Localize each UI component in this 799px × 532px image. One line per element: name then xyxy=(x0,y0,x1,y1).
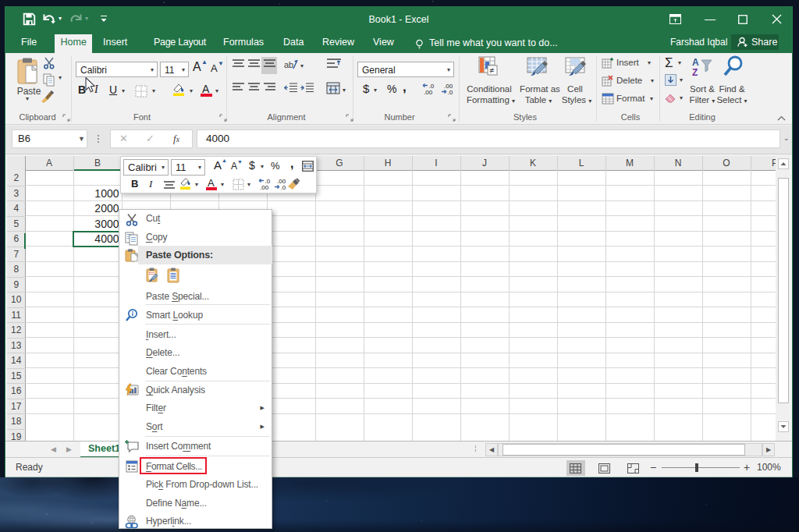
svg-text:.0: .0 xyxy=(281,184,286,190)
svg-text:ab: ab xyxy=(284,60,293,69)
svg-text:.00: .00 xyxy=(424,89,433,95)
svg-text:.00: .00 xyxy=(260,184,269,190)
svg-text:Z: Z xyxy=(692,67,698,77)
svg-text:A: A xyxy=(692,57,699,68)
svg-text:.0: .0 xyxy=(448,89,453,94)
svg-text:≠: ≠ xyxy=(489,66,494,75)
